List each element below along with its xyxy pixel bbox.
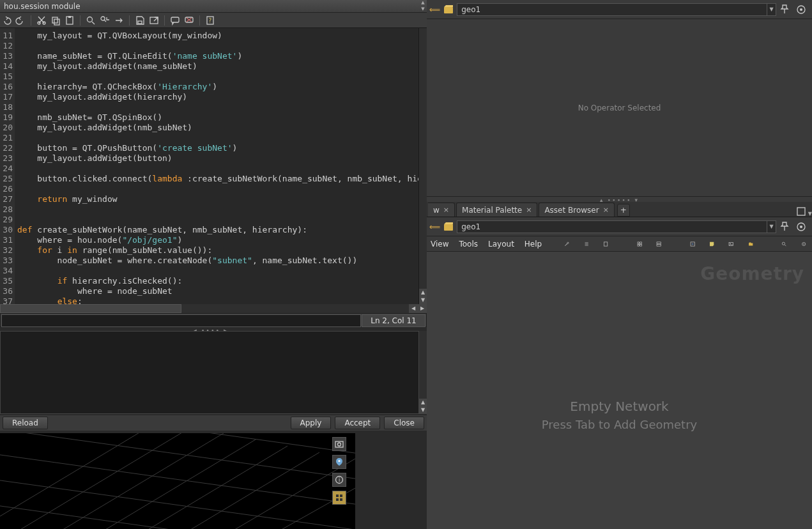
target-icon[interactable] <box>795 221 807 233</box>
snapshot-icon[interactable] <box>332 437 346 451</box>
add-image-icon[interactable] <box>690 239 695 249</box>
title-spinner[interactable]: ▲ ▼ <box>419 0 427 13</box>
module-title-bar: hou.session module ▲ ▼ <box>0 0 427 13</box>
toolbar-separator <box>164 15 165 26</box>
svg-rect-5 <box>68 16 71 18</box>
external-editor-icon[interactable] <box>149 15 159 26</box>
code-area[interactable]: my_layout = QT.QVBoxLayout(my_window) na… <box>15 28 418 304</box>
back-icon[interactable]: ⟸ <box>429 5 440 14</box>
tab-asset-browser[interactable]: Asset Browser× <box>539 203 614 217</box>
spinner-down-icon[interactable]: ▼ <box>419 6 427 13</box>
path-dropdown-icon[interactable]: ▼ <box>767 3 776 16</box>
scroll-up-icon[interactable]: ▲ <box>419 399 427 406</box>
apply-button[interactable]: Apply <box>291 417 332 429</box>
find-input[interactable] <box>1 314 361 327</box>
cut-icon[interactable] <box>36 15 47 26</box>
svg-point-38 <box>800 8 802 11</box>
pin-marker-icon[interactable] <box>332 455 346 469</box>
menu-tools[interactable]: Tools <box>459 240 478 249</box>
accept-button[interactable]: Accept <box>335 417 380 429</box>
close-tab-icon[interactable]: × <box>443 206 449 214</box>
spinner-up-icon[interactable]: ▲ <box>419 0 427 6</box>
svg-point-6 <box>88 17 93 22</box>
back-icon[interactable]: ⟸ <box>429 222 440 231</box>
close-tab-icon[interactable]: × <box>526 206 532 214</box>
uncomment-icon[interactable] <box>184 15 194 26</box>
svg-line-26 <box>0 433 355 459</box>
sticky-icon[interactable] <box>709 239 714 249</box>
scroll-right-icon[interactable]: ▶ <box>418 304 427 313</box>
search-replace-icon[interactable] <box>100 15 110 26</box>
parameters-panel: No Operator Selected <box>427 19 812 197</box>
redo-icon[interactable] <box>15 15 26 26</box>
module-title: hou.session module <box>4 2 80 11</box>
pane-splitter[interactable]: ▴ ∙∙∙∙∙ ▾ <box>427 197 812 202</box>
scrollbar-thumb[interactable] <box>0 304 181 313</box>
editor-horizontal-scrollbar[interactable]: ◀ ▶ <box>0 304 427 313</box>
menu-help[interactable]: Help <box>525 240 542 249</box>
tab-w[interactable]: w× <box>428 203 455 217</box>
close-button[interactable]: Close <box>384 417 424 429</box>
empty-line1: Empty Network <box>427 399 812 414</box>
editor-toolbar: ? <box>0 13 427 28</box>
scroll-left-icon[interactable]: ◀ <box>409 304 418 313</box>
pin-icon[interactable] <box>779 221 790 233</box>
reload-button[interactable]: Reload <box>3 417 48 429</box>
pin-icon[interactable] <box>779 4 790 15</box>
grid-icon[interactable] <box>332 491 346 505</box>
add-tab-button[interactable]: + <box>617 204 630 217</box>
pane-max-icon[interactable] <box>796 206 806 217</box>
grid3-icon[interactable] <box>637 239 642 249</box>
svg-rect-36 <box>444 7 453 13</box>
folder-icon[interactable] <box>748 239 753 249</box>
scroll-up-icon[interactable]: ▲ <box>419 289 427 296</box>
network-view[interactable]: Geometry Empty Network Press Tab to Add … <box>427 252 812 529</box>
page-icon[interactable] <box>603 239 608 249</box>
svg-rect-27 <box>335 441 343 447</box>
tab-label: Material Palette <box>462 206 522 215</box>
image-icon[interactable] <box>728 239 733 249</box>
svg-rect-33 <box>340 494 342 497</box>
output-console[interactable] <box>0 331 419 414</box>
copy-icon[interactable] <box>50 15 61 26</box>
scroll-down-icon[interactable]: ▼ <box>419 406 427 414</box>
menu-view[interactable]: View <box>431 240 448 249</box>
settings-icon[interactable] <box>801 239 806 249</box>
tab-material-palette[interactable]: Material Palette× <box>456 203 537 217</box>
pane-menu-icon[interactable]: ▼ <box>808 211 812 217</box>
geo-node-icon <box>443 4 454 15</box>
geo-node-icon <box>443 221 454 233</box>
menu-layout[interactable]: Layout <box>488 240 514 249</box>
goto-icon[interactable] <box>114 15 124 26</box>
find-icon[interactable] <box>781 239 786 249</box>
parameters-path-input[interactable]: geo1 <box>457 3 767 16</box>
grid2-icon[interactable] <box>656 239 661 249</box>
scrollbar-track[interactable] <box>181 304 409 313</box>
undo-icon[interactable] <box>1 15 11 26</box>
info-icon[interactable]: i <box>332 473 346 487</box>
code-editor[interactable]: 1112131415161718192021222324252627282930… <box>0 28 419 304</box>
viewport-icon-column: i <box>332 437 348 505</box>
toolbar-separator <box>129 15 130 26</box>
comment-icon[interactable] <box>170 15 180 26</box>
editor-vertical-scrollbar[interactable]: ▲ ▼ <box>419 28 427 304</box>
console-vertical-scrollbar[interactable]: ▲ ▼ <box>419 331 427 414</box>
paste-icon[interactable] <box>65 15 75 26</box>
wrench-icon[interactable] <box>564 239 569 249</box>
svg-rect-43 <box>604 241 607 245</box>
search-icon[interactable] <box>86 15 96 26</box>
svg-line-21 <box>192 465 355 529</box>
svg-line-20 <box>160 459 355 529</box>
help-icon[interactable]: ? <box>205 15 215 26</box>
target-icon[interactable] <box>795 4 807 15</box>
svg-line-23 <box>0 471 355 529</box>
network-path-input[interactable]: geo1 <box>457 220 767 233</box>
svg-rect-2 <box>52 17 57 23</box>
svg-point-53 <box>783 242 785 245</box>
path-dropdown-icon[interactable]: ▼ <box>767 220 776 233</box>
close-tab-icon[interactable]: × <box>603 206 609 214</box>
scene-viewport[interactable] <box>0 433 355 529</box>
scroll-down-icon[interactable]: ▼ <box>419 296 427 304</box>
save-icon[interactable] <box>135 15 145 26</box>
list-icon[interactable] <box>584 239 589 249</box>
